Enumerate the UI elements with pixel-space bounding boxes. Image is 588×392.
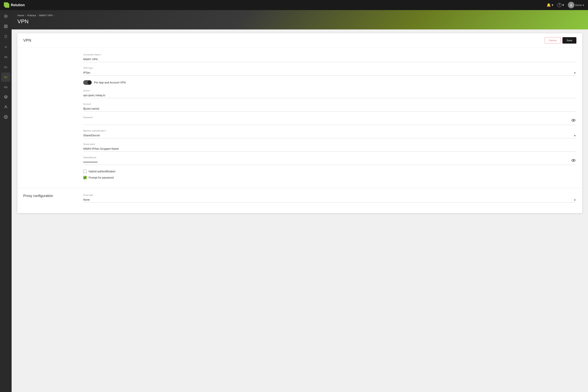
- proxy-section-title: Proxy configuration: [23, 194, 53, 198]
- sidebar-item-en[interactable]: En: [1, 62, 10, 72]
- sidebar-item-policies[interactable]: Po: [1, 72, 10, 82]
- vpn-type-field: VPN Type IPSec IKEv2 L2TP PPTP ▾: [83, 67, 577, 76]
- breadcrumb-sep-3: ›: [54, 14, 54, 17]
- vpn-type-label: VPN Type: [83, 67, 577, 69]
- vpn-section-label-col: [17, 48, 83, 188]
- learn-icon: [4, 95, 8, 100]
- password-visibility-toggle[interactable]: [571, 118, 576, 123]
- bell-icon: 🔔: [547, 3, 551, 7]
- connection-name-input[interactable]: [83, 56, 577, 62]
- hybrid-auth-label: Hybrid authentification: [89, 170, 116, 173]
- breadcrumb-sep-1: ›: [25, 14, 26, 17]
- cancel-button[interactable]: Cancel: [545, 37, 561, 44]
- dashboard-icon: [4, 14, 8, 19]
- proxy-section-label-col: Proxy configuration: [17, 188, 83, 213]
- help-button[interactable]: ? ▾: [557, 3, 564, 7]
- per-app-toggle[interactable]: [83, 80, 92, 85]
- ae-label: AE: [4, 56, 7, 58]
- sidebar-item-users[interactable]: [1, 103, 10, 112]
- server-field: Server *: [83, 90, 577, 98]
- breadcrumb-policies[interactable]: Policies: [27, 14, 36, 17]
- breadcrumb-home[interactable]: Home: [17, 14, 24, 17]
- group-name-input[interactable]: [83, 146, 577, 152]
- avatar: [568, 2, 575, 8]
- group-name-label: Group name: [83, 143, 577, 145]
- account-input[interactable]: [83, 106, 577, 112]
- main-card: VPN Cancel Save Connection Name *: [17, 33, 582, 213]
- machine-auth-field: Machine authentication * SharedSecret Ce…: [83, 130, 577, 138]
- user-label: Demo: [575, 4, 582, 6]
- toggle-slider: [83, 80, 92, 85]
- sidebar-item-grid[interactable]: [1, 22, 10, 32]
- svg-point-9: [5, 106, 6, 107]
- svg-point-14: [573, 160, 574, 161]
- rs-label: RS: [4, 86, 7, 89]
- shared-secret-label: SharedSecret: [83, 156, 577, 158]
- prompt-password-label: Prompt for password: [89, 176, 114, 179]
- prompt-password-row: Prompt for password: [83, 176, 577, 179]
- vpn-section: Connection Name * VPN Type IPSec IKEv2 L…: [17, 48, 582, 188]
- machine-auth-label: Machine authentication *: [83, 130, 577, 132]
- svg-point-12: [573, 120, 574, 121]
- breadcrumb-mway-vpn[interactable]: MWAY VPN: [39, 14, 52, 17]
- logo-icon: [4, 2, 9, 8]
- password-field: Password: [83, 116, 577, 125]
- server-label: Server *: [83, 90, 577, 92]
- proxy-fields-col: Proxy type None Manual Auto ▾: [83, 188, 582, 213]
- breadcrumb-sep-2: ›: [37, 14, 38, 17]
- topnav: Relution 🔔 ▾ ? ▾ Demo ▾: [0, 0, 588, 10]
- connection-name-label: Connection Name *: [83, 54, 577, 56]
- per-app-toggle-row: Per App and Account VPN: [83, 80, 577, 85]
- hybrid-auth-checkbox[interactable]: [83, 170, 87, 173]
- password-label: Password: [83, 116, 577, 118]
- question-icon: ?: [557, 3, 562, 7]
- content-area: VPN Cancel Save Connection Name *: [11, 30, 588, 217]
- card-actions: Cancel Save: [545, 37, 577, 44]
- users-icon: [4, 105, 8, 110]
- machine-auth-select-wrapper: SharedSecret Certificate RSA SecurID ▾: [83, 133, 577, 138]
- proxy-type-select[interactable]: None Manual Auto: [83, 197, 577, 202]
- svg-rect-3: [4, 25, 5, 26]
- notifications-button[interactable]: 🔔 ▾: [547, 3, 553, 7]
- card-title: VPN: [23, 38, 31, 42]
- account-field: Account: [83, 103, 577, 112]
- sidebar-item-mobile[interactable]: [1, 32, 10, 42]
- chevron-down-icon: ▾: [552, 3, 553, 7]
- logo: Relution: [4, 2, 25, 8]
- svg-rect-6: [6, 26, 7, 28]
- shared-secret-input[interactable]: [83, 160, 577, 165]
- sidebar-item-learn[interactable]: [1, 92, 10, 102]
- per-app-label: Per App and Account VPN: [94, 81, 126, 84]
- breadcrumb: Home › Policies › MWAY VPN ›: [17, 14, 582, 17]
- chevron-down-icon: ▾: [562, 3, 564, 7]
- sidebar-item-rs[interactable]: RS: [1, 82, 10, 92]
- hybrid-auth-row: Hybrid authentification: [83, 170, 577, 173]
- vpn-type-select-wrapper: IPSec IKEv2 L2TP PPTP ▾: [83, 70, 577, 76]
- vpn-type-select[interactable]: IPSec IKEv2 L2TP PPTP: [83, 70, 577, 76]
- shared-secret-visibility-toggle[interactable]: [571, 158, 576, 164]
- svg-point-0: [571, 4, 572, 5]
- mobile-icon: [4, 34, 7, 39]
- svg-point-1: [4, 15, 7, 18]
- svg-rect-4: [6, 25, 7, 26]
- svg-point-2: [5, 16, 6, 17]
- svg-rect-7: [5, 35, 6, 38]
- in-label: In: [5, 46, 7, 48]
- prompt-password-checkbox[interactable]: [83, 176, 87, 179]
- machine-auth-select[interactable]: SharedSecret Certificate RSA SecurID: [83, 133, 577, 138]
- proxy-type-label: Proxy type: [83, 194, 577, 196]
- main-content: Home › Policies › MWAY VPN › VPN VPN Can…: [11, 10, 588, 217]
- po-label: Po: [4, 76, 7, 79]
- sidebar-item-in[interactable]: In: [1, 42, 10, 52]
- password-input[interactable]: [83, 119, 577, 125]
- sidebar-item-dashboard[interactable]: [1, 12, 10, 21]
- save-button[interactable]: Save: [563, 37, 577, 44]
- sidebar-item-settings[interactable]: [1, 113, 10, 122]
- sidebar-item-ae[interactable]: AE: [1, 52, 10, 62]
- proxy-type-select-wrapper: None Manual Auto ▾: [83, 197, 577, 202]
- chevron-down-icon: ▾: [583, 4, 584, 6]
- user-menu[interactable]: Demo ▾: [568, 2, 584, 8]
- server-input[interactable]: [83, 92, 577, 98]
- settings-icon: [4, 115, 8, 120]
- card-header: VPN Cancel Save: [17, 33, 582, 48]
